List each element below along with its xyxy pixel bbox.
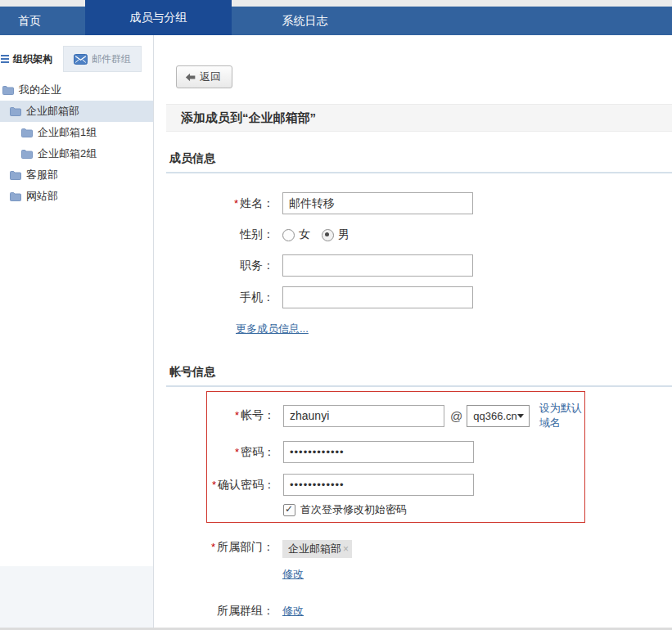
required-asterisk: * (211, 541, 215, 553)
nav-tab-system-log[interactable]: 系统日志 (232, 7, 378, 35)
tree-item-label: 我的企业 (19, 83, 61, 97)
tree-item-label: 企业邮箱部 (26, 104, 79, 119)
job-label: 职务 (168, 259, 282, 273)
department-tag: 企业邮箱部 × (282, 540, 352, 558)
folder-icon (10, 106, 21, 116)
password-label: *密码 (208, 445, 283, 460)
first-login-checkbox[interactable] (283, 504, 295, 516)
nav-tab-home[interactable]: 首页 (0, 7, 85, 35)
folder-icon (21, 128, 33, 137)
job-input[interactable] (282, 254, 473, 277)
tree-item-label: 企业邮箱1组 (38, 125, 97, 140)
tree-item-mail-group2[interactable]: 企业邮箱2组 (0, 143, 153, 164)
group-label: 所属群组 (168, 604, 282, 619)
section-title-member-info: 成员信息 (169, 151, 672, 165)
chevron-down-icon (517, 414, 524, 418)
top-navigation: 首页 成员与分组 系统日志 (0, 0, 672, 35)
department-modify-row: 修改 (282, 566, 672, 582)
name-row: *姓名 (168, 192, 672, 214)
back-button[interactable]: 返回 (176, 65, 232, 88)
org-tree: 我的企业 企业邮箱部 企业邮箱1组 企业邮箱2组 客服部 (0, 79, 153, 207)
sidebar-footer (0, 566, 153, 630)
name-label: *姓名 (168, 196, 282, 211)
mobile-row: 手机 (168, 286, 672, 308)
password-row: *密码 (208, 441, 584, 463)
folder-icon (21, 149, 33, 159)
first-login-row: 首次登录修改初始密码 (283, 503, 584, 516)
department-tag-label: 企业邮箱部 (288, 542, 341, 556)
tree-item-website-dept[interactable]: 网站部 (0, 186, 153, 207)
tab-org-structure[interactable]: 组织架构 (0, 46, 63, 72)
back-arrow-icon (185, 73, 196, 82)
gender-option-label: 男 (338, 227, 350, 242)
group-modify-link[interactable]: 修改 (282, 604, 304, 619)
main-content: 返回 添加成员到“企业邮箱部” 成员信息 *姓名 性别 女 男 职务 手机 更多… (155, 35, 672, 630)
section-divider (166, 385, 672, 387)
section-divider (166, 172, 672, 173)
back-button-label: 返回 (200, 70, 221, 84)
tree-item-mail-dept[interactable]: 企业邮箱部 (0, 101, 153, 122)
tree-item-label: 企业邮箱2组 (38, 146, 97, 161)
tab-label: 邮件群组 (92, 52, 131, 66)
required-asterisk: * (235, 446, 239, 458)
remove-tag-icon[interactable]: × (343, 543, 349, 555)
nav-tab-label: 首页 (18, 14, 41, 29)
at-sign: @ (450, 409, 462, 423)
password-input[interactable] (283, 441, 474, 463)
group-row: 所属群组 修改 (168, 604, 672, 618)
tab-mail-groups[interactable]: 邮件群组 (63, 46, 142, 72)
mail-group-icon (74, 54, 88, 65)
folder-icon (2, 85, 14, 95)
org-structure-icon (1, 53, 9, 65)
sidebar: 组织架构 邮件群组 我的企业 企业邮箱部 (0, 35, 154, 630)
domain-select[interactable]: qq366.cn (467, 405, 530, 427)
gender-option-label: 女 (299, 227, 310, 242)
sidebar-tabs: 组织架构 邮件群组 (0, 46, 153, 72)
gender-label: 性别 (168, 227, 282, 242)
confirm-password-label: *确认密码 (208, 478, 283, 493)
mobile-label: 手机 (168, 290, 282, 305)
page-title: 添加成员到“企业邮箱部” (166, 104, 672, 132)
nav-tab-label: 成员与分组 (130, 11, 187, 25)
tab-label: 组织架构 (13, 52, 52, 66)
department-modify-link[interactable]: 修改 (282, 568, 304, 580)
domain-select-value: qq366.cn (473, 410, 517, 422)
name-input[interactable] (282, 192, 473, 214)
mobile-input[interactable] (282, 286, 473, 308)
more-member-info-row: 更多成员信息... (236, 321, 672, 336)
account-input[interactable] (283, 405, 444, 427)
tree-item-label: 网站部 (26, 189, 58, 204)
account-label: *帐号 (208, 408, 283, 423)
set-default-domain-link[interactable]: 设为默认域名 (539, 401, 584, 430)
required-asterisk: * (212, 479, 216, 491)
tree-item-label: 客服部 (26, 168, 58, 182)
account-row: *帐号 @ qq366.cn 设为默认域名 (208, 401, 584, 430)
first-login-checkbox-label: 首次登录修改初始密码 (300, 502, 407, 517)
tree-item-service-dept[interactable]: 客服部 (0, 164, 153, 186)
nav-tab-members-groups[interactable]: 成员与分组 (85, 0, 232, 35)
more-member-info-link[interactable]: 更多成员信息... (236, 322, 309, 335)
required-asterisk: * (234, 197, 238, 209)
folder-icon (10, 191, 21, 201)
folder-icon (10, 170, 21, 180)
account-highlight-box: *帐号 @ qq366.cn 设为默认域名 *密码 *确认密码 首次登录修改初始 (206, 391, 585, 523)
department-row: *所属部门 企业邮箱部 × (168, 540, 672, 558)
confirm-password-row: *确认密码 (208, 474, 584, 496)
gender-radio-male[interactable] (322, 229, 334, 241)
confirm-password-input[interactable] (283, 474, 474, 496)
gender-row: 性别 女 男 (168, 228, 672, 241)
section-title-account-info: 帐号信息 (169, 365, 672, 379)
required-asterisk: * (235, 409, 239, 421)
tree-item-mail-group1[interactable]: 企业邮箱1组 (0, 122, 153, 143)
nav-tab-label: 系统日志 (282, 14, 328, 29)
job-row: 职务 (168, 254, 672, 277)
tree-item-my-company[interactable]: 我的企业 (0, 79, 153, 101)
gender-radio-female[interactable] (282, 229, 295, 241)
department-label: *所属部门 (168, 540, 282, 555)
